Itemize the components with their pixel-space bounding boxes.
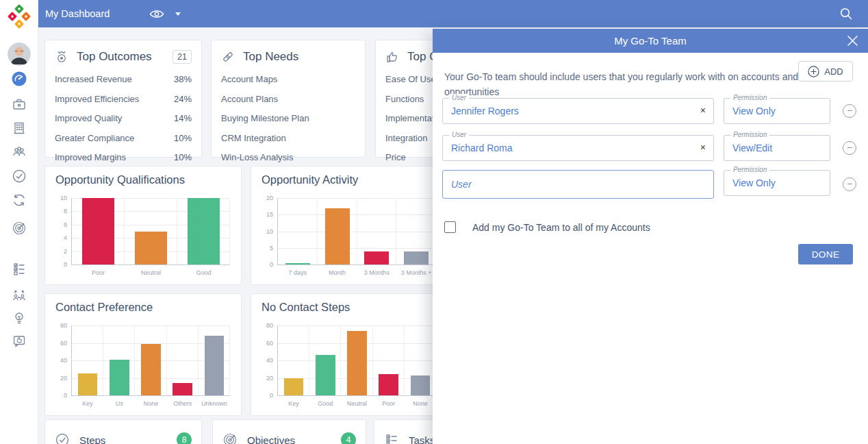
user-field[interactable]: User Jennifer Rogers × bbox=[442, 98, 714, 124]
user-field-label: User bbox=[449, 131, 469, 138]
bar-chart-no-contact-steps: 020406080KeyGoodNeutralPoorNone bbox=[277, 325, 436, 396]
remove-row-button[interactable]: − bbox=[843, 141, 856, 155]
top-needs-list: Account Maps Account Plans Buying Milest… bbox=[221, 74, 355, 162]
card-title: Top Needs bbox=[243, 50, 355, 64]
sidebar-item-briefcase-icon[interactable] bbox=[12, 97, 27, 112]
y-axis-tick: 0 bbox=[52, 392, 67, 399]
link-icon bbox=[221, 50, 235, 64]
bar-none bbox=[141, 344, 161, 395]
app-header: My Dashboard bbox=[38, 0, 868, 27]
permission-field[interactable]: Permission View Only bbox=[724, 170, 830, 196]
y-axis-tick: 10 bbox=[258, 228, 273, 235]
gridline bbox=[357, 198, 357, 264]
bar-good bbox=[188, 198, 220, 264]
bar-3-months- bbox=[404, 251, 429, 264]
stat-row: Win-Loss Analysis bbox=[221, 152, 355, 162]
user-field-empty[interactable]: User bbox=[442, 170, 714, 199]
card-title: Steps bbox=[79, 434, 177, 444]
check-circle-icon bbox=[55, 432, 70, 444]
y-axis-tick: 20 bbox=[258, 195, 273, 201]
sidebar-item-people-group-icon[interactable] bbox=[12, 145, 27, 160]
sidebar-item-lightbulb-icon[interactable] bbox=[12, 310, 27, 325]
bar-chart-opportunity-activity: 051015207 daysMonth3 Months3 Months + bbox=[277, 198, 436, 265]
y-axis-tick: 80 bbox=[258, 322, 273, 329]
checkbox-label: Add my Go-To Team to all of my Accounts bbox=[472, 222, 650, 233]
view-eye-icon[interactable] bbox=[149, 9, 164, 19]
dropdown-caret-icon[interactable] bbox=[175, 12, 181, 16]
contact-preference-card: Contact Preference 020406080KeyUsNoneOth… bbox=[44, 293, 242, 416]
y-axis-tick: 60 bbox=[52, 340, 67, 347]
sidebar-item-task-list-icon[interactable] bbox=[12, 261, 27, 276]
gridline bbox=[278, 325, 436, 326]
permission-field-value: View/Edit bbox=[732, 143, 772, 153]
user-field-value: Jennifer Rogers bbox=[451, 106, 519, 116]
sidebar-item-sync-arrows-icon[interactable] bbox=[12, 193, 27, 208]
steps-card[interactable]: Steps 8 bbox=[44, 419, 202, 444]
stat-row: Improved Efficiencies 24% bbox=[55, 94, 192, 104]
team-member-row: User Permission View Only − bbox=[433, 170, 868, 197]
remove-row-button[interactable]: − bbox=[843, 177, 856, 191]
clear-icon[interactable]: × bbox=[700, 105, 706, 116]
bar-3-months bbox=[364, 251, 389, 264]
bar-key bbox=[78, 373, 98, 395]
gridline bbox=[278, 232, 436, 232]
permission-field[interactable]: Permission View/Edit bbox=[724, 135, 830, 161]
sidebar-item-feedback-chat-icon[interactable] bbox=[12, 334, 27, 349]
gridline bbox=[166, 325, 167, 395]
done-button[interactable]: DONE bbox=[798, 244, 853, 264]
gridline bbox=[229, 325, 230, 395]
opportunity-qualifications-card: Opportunity Qualifications 0246810PoorNe… bbox=[44, 166, 242, 285]
sidebar bbox=[0, 0, 38, 444]
x-axis-tick: 7 days bbox=[276, 269, 320, 276]
search-icon[interactable] bbox=[839, 7, 853, 21]
y-axis-tick: 40 bbox=[52, 357, 67, 364]
sidebar-item-target-icon[interactable] bbox=[12, 221, 27, 236]
add-team-to-accounts-checkbox-row: Add my Go-To Team to all of my Accounts bbox=[444, 221, 650, 233]
y-axis-tick: 8 bbox=[52, 208, 67, 214]
bar-neutral bbox=[347, 331, 367, 395]
stat-row: Improved Quality 14% bbox=[55, 113, 192, 123]
gridline bbox=[134, 325, 135, 395]
add-user-button[interactable]: ADD bbox=[798, 61, 853, 82]
clear-icon[interactable]: × bbox=[700, 142, 706, 153]
panel-header: My Go-To Team bbox=[433, 29, 868, 53]
gridline bbox=[404, 325, 405, 395]
x-axis-tick: 3 Months bbox=[355, 269, 398, 276]
sidebar-item-building-icon[interactable] bbox=[12, 121, 27, 136]
sidebar-item-check-circle-icon[interactable] bbox=[12, 169, 27, 184]
panel-title: My Go-To Team bbox=[614, 35, 687, 47]
user-avatar[interactable] bbox=[8, 42, 31, 66]
bar-chart-opportunity-qualifications: 0246810PoorNeutralGood bbox=[71, 198, 230, 265]
bar-good bbox=[316, 355, 335, 395]
medal-icon bbox=[55, 50, 68, 64]
permission-field-label: Permission bbox=[730, 131, 769, 138]
close-icon[interactable] bbox=[847, 35, 858, 47]
page-title: My Dashboard bbox=[45, 8, 110, 19]
stat-row: Account Plans bbox=[221, 94, 355, 104]
gridline bbox=[72, 325, 230, 326]
objectives-card[interactable]: Objectives 4 bbox=[212, 419, 366, 444]
stat-row: Greater Compliance 10% bbox=[55, 133, 192, 143]
x-axis-tick: Neutral bbox=[129, 269, 173, 276]
top-outcomes-card: Top Outcomes 21 Increased Revenue 38% Im… bbox=[44, 40, 202, 158]
bar-key bbox=[284, 378, 304, 396]
y-axis-tick: 20 bbox=[258, 375, 273, 382]
gridline bbox=[372, 325, 373, 395]
gridline bbox=[103, 325, 103, 395]
y-axis-tick: 80 bbox=[52, 322, 67, 329]
bar-chart-contact-preference: 020406080KeyUsNoneOthersUnknown bbox=[71, 325, 230, 396]
sidebar-item-people-exchange-icon[interactable] bbox=[12, 288, 27, 303]
user-field-placeholder: User bbox=[451, 179, 472, 190]
permission-field[interactable]: Permission View Only bbox=[724, 98, 830, 124]
permission-field-value: View Only bbox=[732, 177, 776, 188]
stat-row: Account Maps bbox=[221, 74, 355, 84]
sidebar-item-dashboard-gauge-icon[interactable] bbox=[12, 71, 27, 86]
x-axis-tick: Good bbox=[182, 269, 226, 276]
remove-row-button[interactable]: − bbox=[843, 104, 856, 118]
top-outcomes-list: Increased Revenue 38% Improved Efficienc… bbox=[55, 74, 192, 162]
gridline bbox=[309, 325, 309, 395]
user-field[interactable]: User Richard Roma × bbox=[442, 135, 714, 161]
app-root: My Dashboard Top Outcomes 21 bbox=[0, 0, 868, 444]
checkbox[interactable] bbox=[444, 221, 456, 233]
x-axis-tick: Unknown bbox=[192, 400, 236, 407]
